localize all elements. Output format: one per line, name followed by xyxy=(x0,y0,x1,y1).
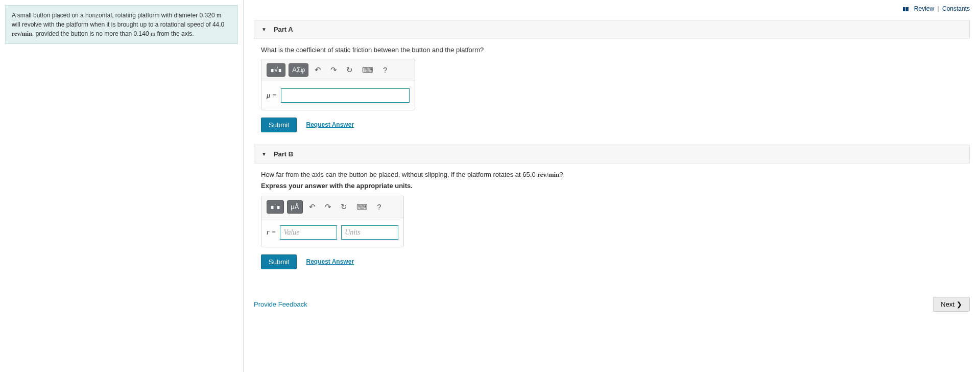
review-icon xyxy=(903,6,909,13)
part-b-answer-box: ∎˙∎ μÅ ↶ ↷ ↻ ⌨ ? r = xyxy=(261,196,404,247)
reset-icon[interactable]: ↻ xyxy=(343,63,356,77)
part-a-request-answer[interactable]: Request Answer xyxy=(306,121,354,128)
units-button[interactable]: μÅ xyxy=(287,200,302,214)
left-panel: A small button placed on a horizontal, r… xyxy=(0,0,244,372)
part-a-header[interactable]: ▼ Part A xyxy=(254,20,970,39)
part-a-toolbar: ∎√∎ ΑΣφ ↶ ↷ ↻ ⌨ ? xyxy=(261,59,415,81)
problem-text: from the axis. xyxy=(155,30,194,37)
part-b-actions: Submit Request Answer xyxy=(261,254,963,269)
undo-icon[interactable]: ↶ xyxy=(312,63,324,77)
caret-down-icon: ▼ xyxy=(261,151,267,157)
part-b-units-input[interactable] xyxy=(341,225,398,240)
provide-feedback-link[interactable]: Provide Feedback xyxy=(254,300,307,308)
review-link[interactable]: Review xyxy=(914,5,934,12)
problem-text: , provided the button is no more than 0.… xyxy=(32,30,151,37)
part-b-instruction: Express your answer with the appropriate… xyxy=(261,182,963,190)
part-a-question: What is the coefficient of static fricti… xyxy=(261,46,963,54)
unit-revmin: rev/min xyxy=(12,30,32,37)
part-a-body: What is the coefficient of static fricti… xyxy=(254,39,970,145)
part-a-submit-button[interactable]: Submit xyxy=(261,118,297,132)
problem-text: will revolve with the platform when it i… xyxy=(12,21,224,28)
part-a-var-label: μ = xyxy=(267,91,277,100)
problem-text: A small button placed on a horizontal, r… xyxy=(12,12,217,19)
part-a-answer-box: ∎√∎ ΑΣφ ↶ ↷ ↻ ⌨ ? μ = xyxy=(261,59,415,110)
part-b-question: How far from the axis can the button be … xyxy=(261,171,963,179)
part-b-header[interactable]: ▼ Part B xyxy=(254,145,970,164)
part-b-submit-button[interactable]: Submit xyxy=(261,254,297,269)
part-a-answer-input[interactable] xyxy=(281,88,410,103)
redo-icon[interactable]: ↷ xyxy=(327,63,340,77)
next-label: Next xyxy=(941,300,954,308)
top-links: Review | Constants xyxy=(254,5,970,13)
part-b-value-input[interactable] xyxy=(280,225,337,240)
caret-down-icon: ▼ xyxy=(261,27,267,32)
part-b-toolbar: ∎˙∎ μÅ ↶ ↷ ↻ ⌨ ? xyxy=(261,196,403,218)
part-b-title: Part B xyxy=(274,150,293,158)
reset-icon[interactable]: ↻ xyxy=(338,200,350,214)
redo-icon[interactable]: ↷ xyxy=(322,200,334,214)
next-button[interactable]: Next ❯ xyxy=(933,297,970,312)
keyboard-icon[interactable]: ⌨ xyxy=(359,63,376,77)
part-a-answer-row: μ = xyxy=(261,81,415,110)
templates-button[interactable]: ∎√∎ xyxy=(267,63,285,77)
help-icon[interactable]: ? xyxy=(374,200,385,214)
problem-statement: A small button placed on a horizontal, r… xyxy=(5,5,238,44)
part-a-actions: Submit Request Answer xyxy=(261,118,963,132)
help-icon[interactable]: ? xyxy=(379,63,391,77)
separator: | xyxy=(938,5,939,12)
part-b-answer-row: r = xyxy=(261,218,403,247)
undo-icon[interactable]: ↶ xyxy=(306,200,319,214)
part-b-request-answer[interactable]: Request Answer xyxy=(306,258,354,265)
chevron-right-icon: ❯ xyxy=(957,300,962,308)
part-b-var-label: r = xyxy=(267,228,276,237)
footer-row: Provide Feedback Next ❯ xyxy=(254,297,970,312)
right-panel: Review | Constants ▼ Part A What is the … xyxy=(244,0,980,372)
constants-link[interactable]: Constants xyxy=(942,5,970,12)
keyboard-icon[interactable]: ⌨ xyxy=(353,200,371,214)
unit-m: m xyxy=(217,12,221,19)
unit-m: m xyxy=(151,30,155,37)
part-a-title: Part A xyxy=(274,26,293,33)
greek-button[interactable]: ΑΣφ xyxy=(289,63,308,77)
part-b-body: How far from the axis can the button be … xyxy=(254,164,970,282)
templates-button[interactable]: ∎˙∎ xyxy=(267,200,284,214)
